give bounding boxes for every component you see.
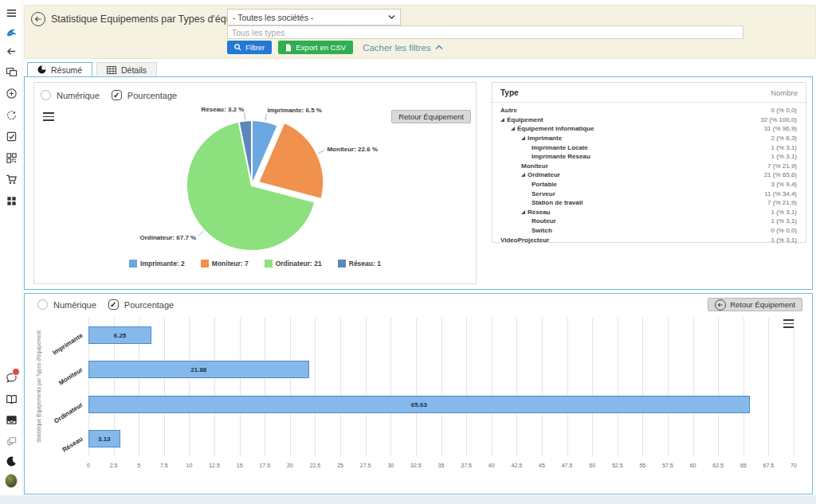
x-tick-label: 37.5 bbox=[454, 463, 478, 468]
back-icon[interactable] bbox=[5, 45, 18, 57]
filter-button[interactable]: Filtrer bbox=[227, 41, 272, 54]
type-table-row[interactable]: Imprimante2 (% 6,3) bbox=[492, 134, 806, 143]
x-tick-label: 25 bbox=[328, 463, 352, 468]
comments-icon[interactable] bbox=[5, 435, 18, 447]
dark-mode-icon[interactable] bbox=[5, 455, 18, 467]
type-count: 1 (% 3,1) bbox=[771, 153, 806, 160]
tasks-icon[interactable] bbox=[5, 130, 18, 143]
chat-alert-icon[interactable] bbox=[5, 371, 18, 384]
type-name: Imprimante bbox=[528, 135, 562, 142]
page-back-icon[interactable] bbox=[31, 12, 45, 26]
notification-badge bbox=[12, 368, 20, 376]
x-tick-label: 10 bbox=[177, 463, 201, 468]
user-avatar[interactable] bbox=[5, 475, 18, 487]
legend-swatch bbox=[129, 260, 137, 268]
legend-item-moniteur[interactable]: Moniteur: 7 bbox=[201, 260, 249, 268]
type-table-row: Imprimante Réseau1 (% 3,1) bbox=[492, 152, 806, 162]
gridline bbox=[366, 318, 367, 456]
tree-expander-icon[interactable] bbox=[500, 118, 504, 122]
pie-chart-card: Numérique ✓ Pourcentage Retour Équipemen… bbox=[33, 82, 477, 284]
x-tick-label: 5 bbox=[127, 463, 151, 468]
type-table-row[interactable]: Ordinateur21 (% 65,6) bbox=[492, 170, 806, 180]
bar-value-label: 21.88 bbox=[88, 366, 309, 373]
type-name: Ordinateur bbox=[528, 171, 560, 178]
type-count: 1 (% 3,1) bbox=[771, 236, 806, 244]
menu-icon[interactable] bbox=[5, 6, 18, 19]
gridline bbox=[390, 318, 391, 456]
type-name: Équipement informatique bbox=[517, 125, 594, 132]
x-tick-label: 20 bbox=[278, 463, 302, 468]
tab-details[interactable]: Détails bbox=[96, 62, 157, 76]
type-count: 21 (% 65,6) bbox=[764, 171, 806, 178]
tree-expander-icon[interactable] bbox=[521, 173, 525, 177]
refresh-icon[interactable] bbox=[5, 108, 18, 121]
pie-legend: Imprimante: 2Moniteur: 7Ordinateur: 21Ré… bbox=[34, 260, 476, 268]
tree-expander-icon[interactable] bbox=[521, 136, 525, 140]
tree-expander-icon[interactable] bbox=[511, 127, 515, 131]
legend-label: Imprimante: 2 bbox=[140, 260, 185, 268]
pie-label-connector bbox=[265, 114, 267, 121]
type-table-row: VideoProjecteur1 (% 3,1) bbox=[492, 235, 806, 244]
type-count: 0 (% 0,0) bbox=[771, 107, 806, 114]
retour-equipement-button-2[interactable]: Retour Équipement bbox=[708, 298, 802, 311]
pie-data-label: Réseau: 3.2 % bbox=[202, 106, 245, 113]
legend-item-imprimante[interactable]: Imprimante: 2 bbox=[129, 260, 185, 268]
file-icon bbox=[285, 44, 292, 52]
percent-label-2: Pourcentage bbox=[124, 300, 174, 310]
type-count: 11 (% 34,4) bbox=[764, 190, 806, 197]
gridline bbox=[290, 318, 291, 456]
type-table-row[interactable]: Réseau1 (% 3,1) bbox=[492, 208, 806, 217]
type-name: Serveur bbox=[532, 190, 555, 197]
gridline bbox=[516, 318, 517, 456]
gridline bbox=[668, 318, 669, 456]
gridline bbox=[743, 318, 744, 456]
x-tick-label: 52.5 bbox=[606, 463, 630, 468]
types-input[interactable] bbox=[227, 25, 743, 39]
gridline bbox=[265, 318, 265, 456]
gridline bbox=[340, 318, 341, 456]
book-icon[interactable] bbox=[5, 393, 18, 405]
displays-icon[interactable] bbox=[5, 65, 18, 78]
legend-item-réseau[interactable]: Réseau: 1 bbox=[338, 260, 381, 268]
gridline bbox=[542, 318, 543, 456]
back-circle-icon bbox=[715, 299, 726, 311]
company-select[interactable]: - Toutes les sociétés - bbox=[227, 9, 401, 25]
inbox-icon[interactable] bbox=[5, 413, 18, 426]
type-table-row[interactable]: Équipement32 (% 100,0) bbox=[492, 115, 806, 125]
add-circle-icon[interactable] bbox=[5, 87, 18, 100]
app-logo-icon[interactable] bbox=[5, 25, 18, 38]
type-count: 0 (% 0,0) bbox=[771, 227, 806, 234]
type-table-row: Imprimante Locale1 (% 3,1) bbox=[492, 143, 806, 152]
type-table-rows: Autre0 (% 0,0)Équipement32 (% 100,0)Équi… bbox=[492, 106, 806, 244]
export-csv-button[interactable]: Export en CSV bbox=[278, 41, 353, 54]
chevron-down-icon bbox=[388, 14, 395, 20]
qrcode-icon[interactable] bbox=[5, 151, 18, 164]
tab-resume[interactable]: Résumé bbox=[27, 62, 92, 76]
type-count: 7 (% 21,9) bbox=[767, 162, 806, 170]
pie-data-label: Ordinateur: 67.7 % bbox=[140, 234, 197, 241]
count-column-header: Nombre bbox=[771, 88, 798, 97]
percent-checkbox-2[interactable]: ✓ bbox=[108, 299, 119, 310]
numeric-radio-2[interactable] bbox=[37, 299, 48, 310]
x-tick-label: 55 bbox=[630, 463, 654, 468]
cart-icon[interactable] bbox=[5, 173, 18, 186]
table-icon bbox=[107, 66, 116, 74]
gridline bbox=[189, 318, 190, 456]
type-name: VideoProjecteur bbox=[500, 236, 549, 244]
hide-filters-link[interactable]: Cacher les filtres bbox=[363, 43, 443, 53]
bar-value-label: 3.13 bbox=[88, 436, 120, 443]
type-count: 2 (% 6,3) bbox=[771, 135, 806, 142]
tree-expander-icon[interactable] bbox=[521, 210, 525, 214]
pie-data-label: Imprimante: 6.5 % bbox=[267, 107, 321, 114]
type-table-row[interactable]: Équipement informatique31 (% 96,9) bbox=[492, 124, 806, 134]
apps-grid-icon[interactable] bbox=[5, 194, 18, 207]
type-count: 1 (% 3,1) bbox=[771, 209, 806, 216]
x-tick-label: 50 bbox=[580, 463, 604, 468]
type-name: Portable bbox=[532, 181, 557, 188]
x-tick-label: 30 bbox=[379, 463, 402, 468]
x-tick-label: 70 bbox=[782, 463, 806, 468]
legend-item-ordinateur[interactable]: Ordinateur: 21 bbox=[265, 260, 322, 268]
legend-label: Réseau: 1 bbox=[349, 260, 381, 268]
chart-menu-icon-2[interactable] bbox=[783, 319, 794, 328]
type-name: Switch bbox=[532, 227, 552, 234]
